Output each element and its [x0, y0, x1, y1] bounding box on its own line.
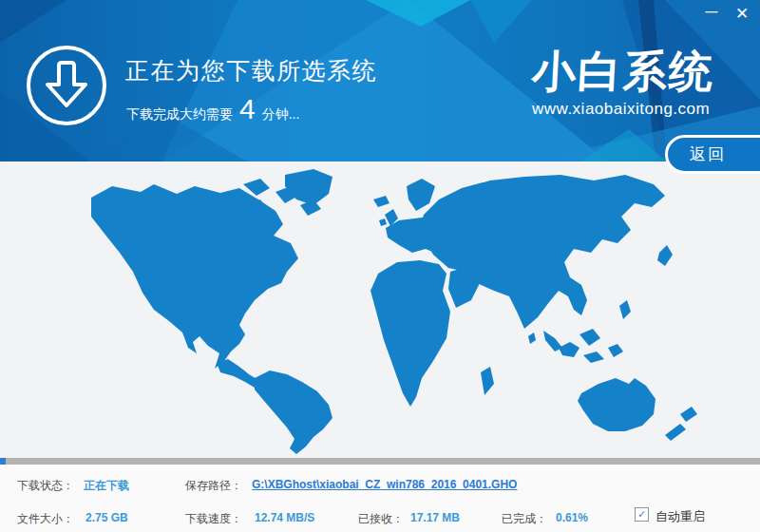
completed-label: 已完成：: [502, 511, 547, 527]
brand-website: www.xiaobaixitong.com: [532, 100, 714, 119]
status-bar: 下载状态： 正在下载 保存路径： G:\XBGhost\xiaobai_CZ_w…: [0, 465, 760, 532]
brand-block: 小白系统 www.xiaobaixitong.com: [532, 46, 714, 119]
map-panel: [0, 162, 760, 458]
download-icon: [24, 43, 109, 128]
auto-restart-label: 自动重启: [656, 508, 705, 525]
progress-fill: [0, 458, 6, 465]
header-banner: ─ ✕ 正在为您下载所选系统 下载完成大约需要 4 分钟... 小白系统 www…: [0, 0, 760, 162]
speed-value: 12.74 MB/S: [255, 511, 314, 524]
eta-suffix: 分钟...: [262, 106, 300, 124]
eta-text: 下载完成大约需要 4 分钟...: [126, 93, 299, 125]
download-status-value: 正在下载: [84, 478, 129, 494]
app-window: ─ ✕ 正在为您下载所选系统 下载完成大约需要 4 分钟... 小白系统 www…: [0, 0, 760, 532]
file-size-value: 2.75 GB: [86, 511, 128, 524]
back-button[interactable]: 返回: [665, 135, 760, 174]
file-size-label: 文件大小：: [17, 511, 74, 527]
brand-logo: 小白系统: [531, 46, 716, 98]
close-button[interactable]: ✕: [730, 3, 754, 28]
eta-minutes: 4: [239, 93, 256, 125]
received-label: 已接收：: [358, 511, 404, 527]
download-progress-bar: [0, 458, 760, 465]
eta-prefix: 下载完成大约需要: [126, 106, 233, 124]
page-title: 正在为您下载所选系统: [125, 55, 377, 86]
download-status-label: 下载状态：: [17, 478, 74, 494]
world-map: [0, 162, 760, 458]
speed-label: 下载速度：: [185, 511, 242, 527]
completed-value: 0.61%: [556, 511, 588, 524]
received-value: 17.17 MB: [410, 511, 460, 524]
save-path-link[interactable]: G:\XBGhost\xiaobai_CZ_win786_2016_0401.G…: [252, 478, 517, 491]
save-path-label: 保存路径：: [185, 478, 242, 494]
auto-restart-checkbox[interactable]: ✓: [635, 507, 649, 522]
minimize-button[interactable]: ─: [699, 1, 724, 26]
